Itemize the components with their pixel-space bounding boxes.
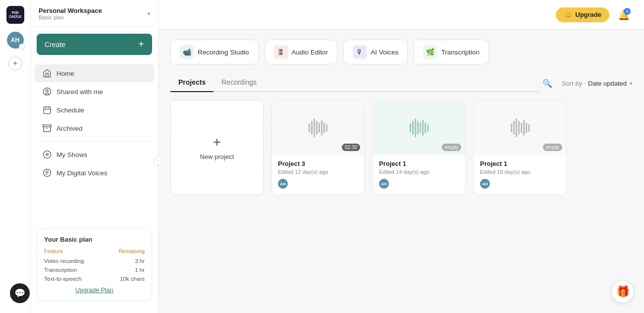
svg-point-9 xyxy=(46,154,49,156)
create-button[interactable]: Create + xyxy=(37,34,152,55)
sidebar-item-archived[interactable]: Archived xyxy=(35,119,154,137)
project-info: Project 1 Edited 14 day(s) ago AH xyxy=(373,155,465,195)
tab-recordings[interactable]: Recordings xyxy=(214,74,265,92)
chevron-down-icon: ▾ xyxy=(148,11,150,16)
svg-point-1 xyxy=(46,90,49,92)
project-thumbnail: empty xyxy=(373,101,465,155)
avatar[interactable]: AH xyxy=(7,32,24,49)
notification-badge: 1 xyxy=(624,8,631,15)
project-title: Project 3 xyxy=(278,160,358,167)
project-subtitle: Edited 14 day(s) ago xyxy=(379,169,459,175)
transcription-button[interactable]: 🌿 Transcription xyxy=(414,40,489,64)
quick-actions: 📹 Recording Studio 🎛 Audio Editor 🎙 AI V… xyxy=(170,40,632,64)
project-card-project1b[interactable]: empty Project 1 Edited 16 day(s) ago AH xyxy=(474,100,567,195)
top-bar: 👑 Upgrade 🔔 1 xyxy=(159,0,644,30)
avatar: AH xyxy=(480,179,490,189)
waveform-icon xyxy=(511,118,530,138)
collapse-sidebar-button[interactable]: ‹ xyxy=(154,156,162,165)
sidebar-item-home[interactable]: Home xyxy=(35,64,154,82)
recording-studio-icon: 📹 xyxy=(180,45,194,59)
waveform-icon xyxy=(410,118,429,138)
audio-editor-icon: 🎛 xyxy=(274,45,288,59)
ai-voices-button[interactable]: 🎙 AI Voices xyxy=(343,40,408,64)
svg-rect-6 xyxy=(43,125,52,127)
plan-row-video: Video recording 3 hr xyxy=(44,258,145,264)
sidebar-item-digitalvoices[interactable]: My Digital Voices xyxy=(35,164,154,182)
new-project-card[interactable]: + New project xyxy=(170,100,264,195)
main-content: 👑 Upgrade 🔔 1 📹 Recording Studio 🎛 Audio… xyxy=(159,0,644,313)
top-bar-right: 👑 Upgrade 🔔 1 xyxy=(556,6,632,23)
plan-title: Your Basic plan xyxy=(44,236,145,243)
recording-studio-button[interactable]: 📹 Recording Studio xyxy=(170,40,259,64)
content-area: 📹 Recording Studio 🎛 Audio Editor 🎙 AI V… xyxy=(159,30,644,313)
tabs: Projects Recordings xyxy=(170,74,539,92)
avatar: AH xyxy=(379,179,389,189)
upgrade-button[interactable]: 👑 Upgrade xyxy=(556,7,609,22)
crown-icon: 👑 xyxy=(564,11,572,19)
project-title: Project 1 xyxy=(379,160,459,167)
project-badge: empty xyxy=(543,144,562,151)
gift-button[interactable]: 🎁 xyxy=(611,280,634,303)
nav-items: Home Shared with me Schedule Archived My… xyxy=(31,60,158,222)
transcription-icon: 🌿 xyxy=(423,45,437,59)
sidebar-item-myshows[interactable]: My Shows xyxy=(35,146,154,163)
workspace-name: Personal Workspace xyxy=(39,7,145,14)
plan-table-header: Feature Remaining xyxy=(44,248,145,254)
project-thumbnail: 02:30 xyxy=(272,101,364,155)
sort-by[interactable]: Sort by Date updated ▾ xyxy=(562,80,632,87)
project-card-project3[interactable]: 02:30 Project 3 Edited 12 day(s) ago AH xyxy=(271,100,365,195)
project-subtitle: Edited 16 day(s) ago xyxy=(480,169,560,175)
workspace-header[interactable]: Personal Workspace Basic plan ▾ xyxy=(31,0,158,27)
tabs-bar: Projects Recordings 🔍 Sort by Date updat… xyxy=(170,74,632,92)
projects-grid: + New project 02:30 xyxy=(170,100,632,195)
notification-button[interactable]: 🔔 1 xyxy=(615,6,632,23)
sidebar: Personal Workspace Basic plan ▾ Create +… xyxy=(31,0,159,313)
upgrade-plan-link[interactable]: Upgrade Plan xyxy=(44,287,145,294)
svg-rect-2 xyxy=(44,107,51,114)
chevron-down-icon: ▾ xyxy=(630,81,632,86)
project-card-project1a[interactable]: empty Project 1 Edited 14 day(s) ago AH xyxy=(373,100,466,195)
new-project-label: New project xyxy=(200,153,234,160)
plus-icon: + xyxy=(138,39,144,50)
avatar: AH xyxy=(278,179,288,189)
basic-plan-card: Your Basic plan Feature Remaining Video … xyxy=(37,228,152,301)
project-info: Project 3 Edited 12 day(s) ago AH xyxy=(272,155,364,195)
project-title: Project 1 xyxy=(480,160,560,167)
project-badge: 02:30 xyxy=(342,144,360,151)
project-thumbnail: empty xyxy=(474,101,566,155)
divider xyxy=(37,141,152,142)
app-logo: PODCASTLE xyxy=(6,6,24,24)
project-badge: empty xyxy=(442,144,461,151)
add-workspace-button[interactable]: + xyxy=(8,56,22,70)
waveform-icon xyxy=(309,118,327,138)
sidebar-item-shared[interactable]: Shared with me xyxy=(35,83,154,101)
left-bar: PODCASTLE AH + xyxy=(0,0,31,313)
audio-editor-button[interactable]: 🎛 Audio Editor xyxy=(265,40,338,64)
sidebar-item-schedule[interactable]: Schedule xyxy=(35,101,154,119)
ai-voices-icon: 🎙 xyxy=(353,45,367,59)
plus-icon: + xyxy=(213,135,221,149)
workspace-plan: Basic plan xyxy=(39,14,145,20)
svg-point-8 xyxy=(44,151,51,158)
plan-row-tts: Text-to-speech 10k chars xyxy=(44,276,145,282)
project-info: Project 1 Edited 16 day(s) ago AH xyxy=(474,155,566,195)
plan-section: Your Basic plan Feature Remaining Video … xyxy=(31,222,158,307)
tabs-right: 🔍 Sort by Date updated ▾ xyxy=(539,75,632,92)
plan-row-transcription: Transcription 1 hr xyxy=(44,267,145,273)
chat-button[interactable]: 💬 xyxy=(10,283,30,303)
search-button[interactable]: 🔍 xyxy=(539,75,556,92)
project-subtitle: Edited 12 day(s) ago xyxy=(278,169,358,175)
tab-projects[interactable]: Projects xyxy=(170,74,214,92)
